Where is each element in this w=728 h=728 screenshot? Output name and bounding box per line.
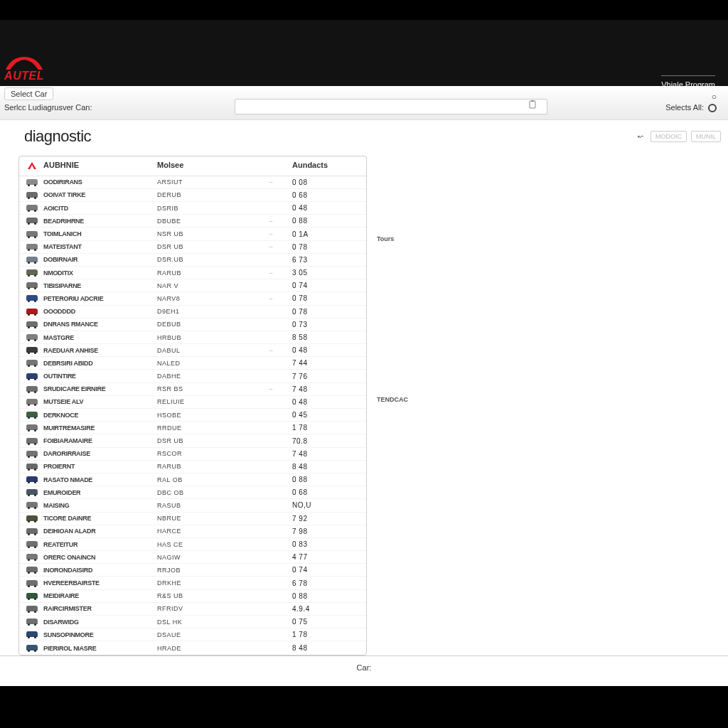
- table-row[interactable]: MATEISTANTDSR UB–0 78: [19, 241, 366, 254]
- table-row[interactable]: DEBRSIRI ABIDDNALED7 44: [19, 357, 366, 370]
- cell-model: RRDUE: [157, 424, 250, 432]
- cell-model: DBUBE: [157, 218, 250, 225]
- cell-brand: INORONDAISIRD: [43, 567, 157, 574]
- car-icon: [26, 218, 38, 223]
- table-row[interactable]: INORONDAISIRDRRJOB0 74: [19, 564, 366, 577]
- undo-icon[interactable]: ↜: [638, 132, 643, 140]
- table-row[interactable]: DARORIRRAISERSCOR7 48: [19, 448, 366, 461]
- cell-indicator: –: [250, 218, 292, 225]
- table-row[interactable]: SRUDICARE EIRNIRERSR BS–7 48: [19, 383, 366, 396]
- table-row[interactable]: NMODITIXRARUB–3 05: [19, 267, 366, 279]
- table-row[interactable]: DNRANS RMANCEDEBUB0 73: [19, 318, 366, 331]
- table-row[interactable]: RAEDUAR ANHISEDABUL–0 48: [19, 344, 366, 357]
- cell-amount: NO,U: [292, 501, 349, 509]
- cell-brand: OUTINTIRE: [43, 373, 157, 380]
- table-row[interactable]: TOIMLANICHNSR UB–0 1A: [19, 228, 366, 240]
- table-row[interactable]: RASATO NMADERAL OB0 88: [19, 473, 366, 486]
- cell-amount: 4.9.4: [292, 605, 349, 613]
- settings-icon[interactable]: ○: [712, 92, 717, 102]
- car-icon: [26, 580, 38, 586]
- table-row[interactable]: BEADRIHRNEDBUBE–0 88: [19, 215, 366, 228]
- cell-model: DERUB: [157, 191, 250, 198]
- car-icon: [26, 295, 38, 301]
- select-all-toggle[interactable]: Selects All:: [665, 103, 717, 112]
- table-row[interactable]: TIBISIPARNENAR V0 74: [19, 279, 366, 292]
- car-icon: [26, 321, 38, 327]
- car-icon: [26, 424, 38, 430]
- table-row[interactable]: TICORE DAINRENBRUE7 92: [19, 513, 366, 525]
- cell-amount: 0 88: [292, 592, 349, 600]
- col-amount[interactable]: Aundacts: [292, 161, 349, 171]
- table-row[interactable]: DISARWIDGDSL HK0 75: [19, 616, 366, 628]
- table-row[interactable]: FOIBIARAMAIREDSR UB70.8: [19, 434, 366, 447]
- table-row[interactable]: MAISINGRASUBNO,U: [19, 499, 366, 512]
- table-row[interactable]: RAIRCIRMISTERRFRIDV4.9.4: [19, 603, 366, 616]
- cell-brand: MUTSEIE ALV: [43, 398, 157, 405]
- table-row[interactable]: MUIRTREMASIRERRDUE1 78: [19, 422, 366, 434]
- table-row[interactable]: EMUROIDERDBC OB0 68: [19, 486, 366, 499]
- cell-amount: 8 48: [292, 463, 349, 471]
- footer-label: Car:: [357, 663, 372, 672]
- brand-logo: AUTEL: [4, 55, 44, 82]
- brand-badge-icon: [26, 161, 38, 171]
- action-button-a[interactable]: MODOIC: [651, 131, 687, 142]
- table-row[interactable]: SUNSOPINMOREDSAUE1 78: [19, 628, 366, 641]
- table-row[interactable]: MUTSEIE ALVRELIUIE0 48: [19, 396, 366, 409]
- cell-model: DSAUE: [157, 631, 250, 638]
- table-row[interactable]: DERKNOCEHSOBE0 45: [19, 409, 366, 422]
- action-button-b[interactable]: MUNIL: [691, 131, 721, 142]
- table-row[interactable]: ORERC ONAINCNNAGIW4 77: [19, 551, 366, 564]
- cell-brand: SUNSOPINMORE: [43, 631, 157, 638]
- cell-amount: 1 78: [292, 424, 349, 432]
- cell-indicator: –: [250, 385, 292, 392]
- car-icon: [26, 244, 38, 250]
- table-row[interactable]: AOICITDDSRIB0 48: [19, 202, 366, 215]
- cell-model: RASUB: [157, 502, 250, 509]
- col-model[interactable]: Molsee: [157, 161, 250, 171]
- table-row[interactable]: DOBIRNAIRDSR.UB6 73: [19, 254, 366, 267]
- cell-model: HAS CE: [157, 541, 250, 548]
- table-row[interactable]: DEIHIOAN ALADRHARCE7 98: [19, 525, 366, 538]
- table-row[interactable]: HVEREERBAIRSTEDRKHE6 78: [19, 577, 366, 589]
- cell-model: HARCE: [157, 528, 250, 535]
- table-row[interactable]: PIERIROL NIASREHRADE8 48: [19, 641, 366, 654]
- table-row[interactable]: REATEITURHAS CE0 83: [19, 538, 366, 551]
- filters-bar: Select Car Serlcc Ludiagrusver Can: ○ Se…: [0, 86, 728, 120]
- search-input[interactable]: [235, 99, 547, 114]
- cell-brand: OOIVAT TIRKE: [43, 191, 157, 198]
- car-icon: [26, 593, 38, 599]
- table-row[interactable]: MASTGREHRBUB8 58: [19, 331, 366, 344]
- cell-amount: 0 45: [292, 411, 349, 419]
- car-icon: [26, 438, 38, 444]
- table-row[interactable]: OODIRIRANSARSIUT–0 08: [19, 176, 366, 189]
- cell-brand: PROIERNT: [43, 463, 157, 470]
- cell-brand: REATEITUR: [43, 541, 157, 548]
- cell-amount: 0 83: [292, 540, 349, 548]
- table-row[interactable]: OOODDDDD9EH10 78: [19, 306, 366, 318]
- search-icon[interactable]: [526, 99, 539, 112]
- cell-brand: MATEISTANT: [43, 243, 157, 250]
- cell-amount: 70.8: [292, 437, 349, 445]
- cell-model: DSL HK: [157, 619, 250, 626]
- table-row[interactable]: MEIDIRAIRER&S UB0 88: [19, 590, 366, 603]
- cell-amount: 0 74: [292, 282, 349, 289]
- cell-amount: 0 48: [292, 346, 349, 354]
- select-car-button[interactable]: Select Car: [4, 87, 53, 100]
- cell-model: DSR.UB: [157, 256, 250, 263]
- cell-brand: RAIRCIRMISTER: [43, 605, 157, 612]
- car-icon: [26, 541, 38, 547]
- cell-brand: MEIDIRAIRE: [43, 592, 157, 599]
- cell-model: DRKHE: [157, 579, 250, 587]
- table-row[interactable]: PROIERNTRARUB8 48: [19, 461, 366, 473]
- car-icon: [26, 606, 38, 611]
- table-row[interactable]: OOIVAT TIRKEDERUB0 68: [19, 189, 366, 202]
- cell-model: NAR V: [157, 282, 250, 289]
- car-icon: [26, 282, 38, 288]
- table-row[interactable]: PETERORIU ADCRIENARV8–0 78: [19, 292, 366, 305]
- cell-amount: 4 77: [292, 553, 349, 561]
- cell-indicator: –: [250, 230, 292, 237]
- cell-amount: 0 78: [292, 294, 349, 302]
- table-row[interactable]: OUTINTIREDABHE7 76: [19, 370, 366, 382]
- car-icon: [26, 231, 38, 237]
- col-brand[interactable]: AUBHNIE: [43, 161, 157, 171]
